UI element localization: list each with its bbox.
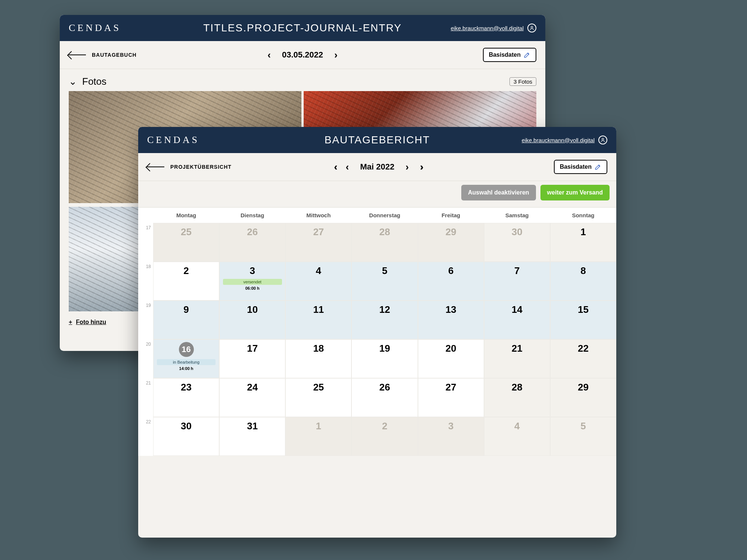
page-title: TITLES.PROJECT-JOURNAL-ENTRY (203, 22, 402, 34)
next-year-button[interactable]: ›› (420, 161, 421, 173)
calendar-day[interactable]: 17 (219, 339, 285, 378)
calendar-day[interactable]: 12 (351, 301, 418, 339)
calendar-day[interactable]: 26 (219, 223, 285, 262)
calendar-day[interactable]: 20 (418, 339, 484, 378)
day-number: 31 (247, 420, 258, 432)
calendar-day[interactable]: 2 (153, 262, 219, 301)
day-number: 30 (181, 420, 192, 432)
current-month: Mai 2022 (360, 162, 394, 172)
calendar-day[interactable]: 13 (418, 301, 484, 339)
calendar-day[interactable]: 1 (285, 417, 351, 456)
calendar-day[interactable]: 29 (418, 223, 484, 262)
day-number: 30 (512, 226, 523, 238)
next-month-button[interactable]: › (406, 161, 409, 173)
day-number: 11 (313, 304, 324, 315)
calendar-day[interactable]: 8 (550, 262, 616, 301)
basisdaten-button[interactable]: Basisdaten (554, 160, 607, 174)
calendar-day[interactable]: 4 (285, 262, 351, 301)
calendar-day[interactable]: 18 (285, 339, 351, 378)
prev-day-button[interactable]: ‹ (267, 49, 271, 61)
day-number: 26 (379, 382, 390, 393)
calendar-day[interactable]: 28 (484, 378, 550, 417)
day-number: 28 (379, 226, 390, 238)
day-number: 13 (446, 304, 456, 315)
calendar-day[interactable]: 23 (153, 378, 219, 417)
day-number: 10 (247, 304, 258, 315)
breadcrumb-back[interactable]: PROJEKTÜBERSICHT (147, 164, 232, 170)
user-link[interactable]: eike.brauckmann@voll.digital (522, 136, 607, 144)
calendar-day[interactable]: 25 (285, 378, 351, 417)
calendar-day[interactable]: 11 (285, 301, 351, 339)
edit-icon (595, 164, 601, 170)
calendar-day[interactable]: 28 (351, 223, 418, 262)
arrow-left-icon (147, 167, 164, 167)
calendar-day[interactable]: 5 (351, 262, 418, 301)
user-email: eike.brauckmann@voll.digital (451, 25, 524, 31)
calendar-day[interactable]: 9 (153, 301, 219, 339)
calendar-day[interactable]: 21 (484, 339, 550, 378)
weekday-header: Mittwoch (285, 208, 351, 223)
brand-logo: CENDAS (147, 134, 199, 146)
next-day-button[interactable]: › (334, 49, 338, 61)
prev-year-button[interactable]: ‹‹ (334, 161, 334, 173)
fotos-count-badge: 3 Fotos (509, 77, 536, 86)
weekday-header: Sonntag (550, 208, 616, 223)
calendar-day[interactable]: 10 (219, 301, 285, 339)
section-header[interactable]: ⌄ Fotos 3 Fotos (69, 76, 536, 87)
calendar-day[interactable]: 27 (285, 223, 351, 262)
calendar-day[interactable]: 22 (550, 339, 616, 378)
calendar-day[interactable]: 29 (550, 378, 616, 417)
day-number: 27 (446, 382, 456, 393)
user-link[interactable]: eike.brauckmann@voll.digital (451, 24, 536, 32)
day-number: 5 (382, 265, 387, 277)
week-number: 21 (138, 378, 153, 417)
calendar-day[interactable]: 24 (219, 378, 285, 417)
calendar-day[interactable]: 30 (153, 417, 219, 456)
calendar-day[interactable]: 2 (351, 417, 418, 456)
day-number: 22 (578, 343, 589, 354)
calendar-day[interactable]: 30 (484, 223, 550, 262)
sub-nav: BAUTAGEBUCH ‹ 03.05.2022 › Basisdaten (60, 41, 545, 69)
calendar-day[interactable]: 31 (219, 417, 285, 456)
calendar-day[interactable]: 3versendet06:00 h (219, 262, 285, 301)
basisdaten-button[interactable]: Basisdaten (483, 48, 536, 62)
week-number: 20 (138, 339, 153, 378)
brand-logo: CENDAS (69, 22, 121, 34)
svg-point-0 (531, 26, 533, 28)
calendar-day[interactable]: 6 (418, 262, 484, 301)
calendar-day[interactable]: 1 (550, 223, 616, 262)
calendar-day[interactable]: 25 (153, 223, 219, 262)
basisdaten-label: Basisdaten (489, 52, 521, 58)
calendar-day[interactable]: 14 (484, 301, 550, 339)
day-number: 24 (247, 382, 258, 393)
week-number: 18 (138, 262, 153, 301)
proceed-send-button[interactable]: weiter zum Versand (540, 185, 610, 200)
day-number: 1 (316, 420, 321, 432)
calendar-day[interactable]: 26 (351, 378, 418, 417)
day-number: 15 (578, 304, 589, 315)
calendar-day[interactable]: 3 (418, 417, 484, 456)
day-number: 25 (313, 382, 324, 393)
calendar-day[interactable]: 4 (484, 417, 550, 456)
basisdaten-label: Basisdaten (560, 164, 592, 170)
calendar-day[interactable]: 5 (550, 417, 616, 456)
calendar-day[interactable]: 19 (351, 339, 418, 378)
topbar: CENDAS TITLES.PROJECT-JOURNAL-ENTRY eike… (60, 15, 545, 41)
calendar-day[interactable]: 15 (550, 301, 616, 339)
calendar-day[interactable]: 27 (418, 378, 484, 417)
date-navigator: ‹ 03.05.2022 › (267, 49, 337, 61)
calendar-day[interactable]: 16in Bearbeitung14:00 h (153, 339, 219, 378)
status-pill: in Bearbeitung (157, 359, 216, 365)
deactivate-selection-button[interactable]: Auswahl deaktivieren (461, 185, 536, 200)
weekday-header: Donnerstag (351, 208, 418, 223)
prev-month-button[interactable]: ‹ (345, 161, 349, 173)
day-number: 25 (181, 226, 192, 238)
calendar: MontagDienstagMittwochDonnerstagFreitagS… (138, 207, 616, 456)
calendar-body: 1725262728293011823versendet06:00 h45678… (138, 223, 616, 456)
day-number: 17 (247, 343, 258, 354)
calendar-day[interactable]: 7 (484, 262, 550, 301)
day-number: 6 (448, 265, 453, 277)
breadcrumb-back[interactable]: BAUTAGEBUCH (69, 52, 137, 58)
current-date: 03.05.2022 (282, 50, 323, 60)
plus-icon: + (69, 319, 72, 326)
